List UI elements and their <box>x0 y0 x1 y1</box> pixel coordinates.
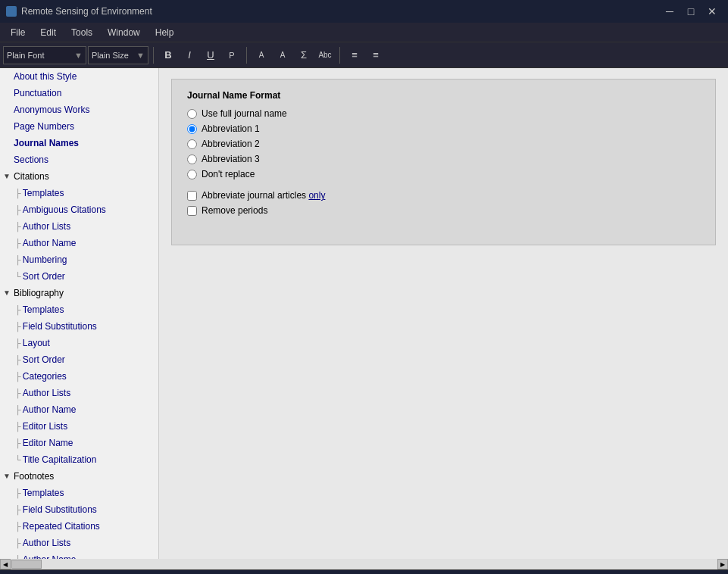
sidebar-item-cit-author-name[interactable]: ├ Author Name <box>0 235 158 251</box>
tree-conn-6: └ <box>15 270 21 283</box>
menu-help[interactable]: Help <box>148 26 182 39</box>
p-button[interactable]: P <box>222 46 242 64</box>
radio-dont-replace-label: Don't replace <box>202 169 255 179</box>
radio-abbr2-input[interactable] <box>187 139 197 149</box>
sidebar-item-fn-templates[interactable]: ├ Templates <box>0 485 158 501</box>
minimize-button[interactable]: ─ <box>660 3 680 20</box>
scroll-left-button[interactable]: ◀ <box>0 559 11 569</box>
sidebar-item-fn-author-name[interactable]: ├ Author Name <box>0 551 158 559</box>
sidebar-label-cit-templates: Templates <box>23 186 64 200</box>
radio-full-journal[interactable]: Use full journal name <box>187 108 700 119</box>
toolbar-sep-1 <box>153 47 154 64</box>
status-bar: CSDN @qxm_smile <box>0 569 728 574</box>
abc-button[interactable]: Abc <box>315 46 335 64</box>
radio-full-journal-input[interactable] <box>187 109 197 119</box>
menu-tools[interactable]: Tools <box>64 26 100 39</box>
sidebar-item-cit-ambiguous[interactable]: ├ Ambiguous Citations <box>0 201 158 218</box>
sidebar-item-bib-layout[interactable]: ├ Layout <box>0 335 158 351</box>
sidebar-item-journal-names[interactable]: Journal Names <box>0 135 158 151</box>
sidebar-item-about[interactable]: About this Style <box>0 68 158 85</box>
tree-conn-3: ├ <box>15 220 21 233</box>
window-controls: ─ □ ✕ <box>660 3 722 20</box>
sidebar-item-cit-numbering[interactable]: ├ Numbering <box>0 251 158 268</box>
font-name-dropdown[interactable]: Plain Font ▼ <box>3 46 86 64</box>
sidebar-label-bibliography: Bibliography <box>14 286 64 300</box>
tree-conn-21: ├ <box>15 553 21 559</box>
font-size-label: Plain Size <box>92 51 129 60</box>
italic-button[interactable]: I <box>180 46 199 64</box>
sidebar-item-bib-field-subs[interactable]: ├ Field Substitutions <box>0 318 158 335</box>
tree-conn-4: ├ <box>15 236 21 250</box>
toolbar-sep-3 <box>339 47 340 64</box>
maximize-button[interactable]: □ <box>681 3 701 20</box>
sidebar-item-bib-editor-name[interactable]: ├ Editor Name <box>0 435 158 451</box>
radio-abbr1-label: Abbreviation 1 <box>202 123 260 134</box>
sidebar-item-sections[interactable]: Sections <box>0 151 158 168</box>
sidebar-item-cit-templates[interactable]: ├ Templates <box>0 185 158 201</box>
sidebar-label-bib-editor-lists: Editor Lists <box>23 420 67 433</box>
underline-button[interactable]: U <box>201 46 220 64</box>
font-name-arrow: ▼ <box>71 51 83 60</box>
scroll-track[interactable] <box>11 559 717 569</box>
radio-abbr3[interactable]: Abbreviation 3 <box>187 154 700 164</box>
sidebar-item-bib-title-cap[interactable]: └ Title Capitalization <box>0 451 158 468</box>
sidebar-item-punctuation[interactable]: Punctuation <box>0 85 158 101</box>
menu-window[interactable]: Window <box>100 26 148 39</box>
menu-edit[interactable]: Edit <box>33 26 64 39</box>
scroll-thumb[interactable] <box>11 560 42 569</box>
sidebar-item-cit-sort-order[interactable]: └ Sort Order <box>0 268 158 285</box>
sigma-button[interactable]: Σ <box>294 46 314 64</box>
sidebar-item-fn-author-lists[interactable]: ├ Author Lists <box>0 535 158 551</box>
toolbar: Plain Font ▼ Plain Size ▼ B I U P A A Σ … <box>0 42 728 68</box>
radio-dont-replace-input[interactable] <box>187 170 197 179</box>
sidebar-label-fn-author-lists: Author Lists <box>23 536 70 550</box>
subscript-button[interactable]: A <box>273 46 292 64</box>
radio-abbr2[interactable]: Abbreviation 2 <box>187 139 700 149</box>
expand-icon-footnotes: ▼ <box>3 469 14 483</box>
menu-file[interactable]: File <box>3 26 33 39</box>
tree-conn-1: ├ <box>15 186 21 200</box>
sidebar-item-bibliography[interactable]: ▼ Bibliography <box>0 285 158 301</box>
sidebar-item-bib-author-lists[interactable]: ├ Author Lists <box>0 385 158 401</box>
align-left-button[interactable]: ≡ <box>345 46 364 64</box>
radio-dont-replace[interactable]: Don't replace <box>187 169 700 179</box>
sidebar-item-bib-editor-lists[interactable]: ├ Editor Lists <box>0 418 158 435</box>
sidebar-item-fn-repeated-cit[interactable]: ├ Repeated Citations <box>0 518 158 535</box>
sidebar-item-footnotes[interactable]: ▼ Footnotes <box>0 468 158 485</box>
sidebar-item-citations[interactable]: ▼ Citations <box>0 168 158 185</box>
sidebar-item-cit-author-lists[interactable]: ├ Author Lists <box>0 218 158 235</box>
sidebar-label-cit-sort-order: Sort Order <box>23 270 65 283</box>
align-justify-button[interactable]: ≡ <box>366 46 386 64</box>
bottom-scrollbar: ◀ ▶ <box>0 559 728 569</box>
radio-abbr1[interactable]: Abbreviation 1 <box>187 123 700 134</box>
tree-conn-9: ├ <box>15 336 21 350</box>
sidebar-label-bib-layout: Layout <box>23 336 50 350</box>
expand-icon-citations: ▼ <box>3 170 14 183</box>
sidebar-item-bib-templates[interactable]: ├ Templates <box>0 301 158 318</box>
radio-abbr3-input[interactable] <box>187 154 197 164</box>
sidebar-label-bib-author-lists: Author Lists <box>23 386 70 400</box>
checkbox-abbrev-only[interactable]: Abbreviate journal articles only <box>187 190 700 201</box>
content-area: Journal Name Format Use full journal nam… <box>159 68 728 559</box>
sidebar-item-fn-field-subs[interactable]: ├ Field Substitutions <box>0 501 158 518</box>
sidebar-label-cit-numbering: Numbering <box>23 253 67 267</box>
close-button[interactable]: ✕ <box>702 3 722 20</box>
sidebar-label-bib-templates: Templates <box>23 303 64 317</box>
sidebar-item-anonymous[interactable]: Anonymous Works <box>0 101 158 118</box>
sidebar-item-bib-sort-order[interactable]: ├ Sort Order <box>0 351 158 368</box>
sidebar-label-footnotes: Footnotes <box>14 469 54 483</box>
bold-button[interactable]: B <box>158 46 178 64</box>
sidebar-label-fn-repeated-cit: Repeated Citations <box>23 519 100 533</box>
sidebar-item-bib-categories[interactable]: ├ Categories <box>0 368 158 385</box>
scroll-right-button[interactable]: ▶ <box>717 559 728 569</box>
radio-abbr1-input[interactable] <box>187 124 197 134</box>
superscript-button[interactable]: A <box>252 46 271 64</box>
sidebar-label-bib-field-subs: Field Substitutions <box>23 320 97 333</box>
main-layout: About this Style Punctuation Anonymous W… <box>0 68 728 559</box>
sidebar-item-page-numbers[interactable]: Page Numbers <box>0 118 158 135</box>
font-size-dropdown[interactable]: Plain Size ▼ <box>88 46 148 64</box>
sidebar-item-bib-author-name[interactable]: ├ Author Name <box>0 401 158 418</box>
checkbox-abbrev-only-input[interactable] <box>187 191 197 201</box>
checkbox-remove-periods-input[interactable] <box>187 206 197 216</box>
checkbox-remove-periods[interactable]: Remove periods <box>187 205 700 216</box>
